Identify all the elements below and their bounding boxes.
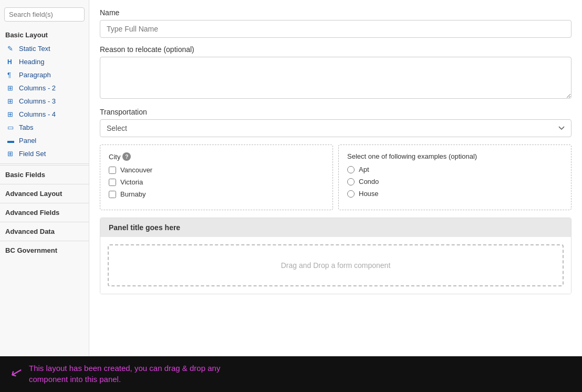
city-label: City	[109, 153, 120, 161]
search-input[interactable]	[4, 7, 85, 22]
sidebar: Basic Layout ✎ Static Text H Heading ¶ P…	[0, 0, 89, 356]
examples-label: Select one of following examples (option…	[347, 152, 477, 160]
city-option-vancouver: Vancouver	[109, 166, 324, 174]
basic-layout-group: Basic Layout ✎ Static Text H Heading ¶ P…	[0, 27, 89, 164]
form-canvas: Name Reason to relocate (optional) Trans…	[89, 0, 582, 356]
sidebar-item-label: Columns - 2	[19, 84, 56, 92]
city-checkbox-victoria[interactable]	[109, 179, 116, 186]
sidebar-item-label: Panel	[19, 137, 36, 145]
name-input[interactable]	[100, 20, 571, 38]
example-label-apt: Apt	[359, 166, 369, 173]
basic-layout-section[interactable]: Basic Layout	[0, 27, 89, 42]
examples-column: Select one of following examples (option…	[338, 145, 571, 210]
city-checkbox-vancouver[interactable]	[109, 167, 116, 174]
city-help-icon[interactable]: ?	[122, 152, 131, 161]
name-label: Name	[100, 8, 571, 17]
panel-header: Panel title goes here	[100, 218, 571, 237]
reason-label: Reason to relocate (optional)	[100, 45, 571, 54]
city-label-vancouver: Vancouver	[120, 166, 152, 174]
city-label-burnaby: Burnaby	[120, 190, 146, 198]
example-radio-house[interactable]	[347, 190, 355, 198]
city-option-burnaby: Burnaby	[109, 190, 324, 198]
advanced-data-section[interactable]: Advanced Data	[0, 222, 89, 241]
city-option-victoria: Victoria	[109, 178, 324, 186]
sidebar-item-columns-4[interactable]: ⊞ Columns - 4	[0, 108, 89, 121]
sidebar-item-static-text[interactable]: ✎ Static Text	[0, 42, 89, 55]
paragraph-icon: ¶	[7, 71, 16, 79]
sidebar-item-label: Field Set	[19, 150, 46, 158]
sidebar-item-tabs[interactable]: ▭ Tabs	[0, 121, 89, 134]
panel-icon: ▬	[7, 137, 16, 145]
city-column-title: City ?	[109, 152, 324, 161]
sidebar-item-columns-3[interactable]: ⊞ Columns - 3	[0, 95, 89, 108]
example-label-condo: Condo	[359, 178, 379, 185]
reason-textarea[interactable]	[100, 57, 571, 99]
sidebar-item-label: Static Text	[19, 45, 50, 53]
examples-column-title: Select one of following examples (option…	[347, 152, 563, 160]
sidebar-item-label: Heading	[19, 58, 44, 66]
annotation-bar: ↙ This layout has been created, you can …	[0, 356, 582, 392]
city-label-victoria: Victoria	[120, 178, 143, 186]
fieldset-icon: ⊞	[7, 150, 16, 158]
drag-drop-zone[interactable]: Drag and Drop a form component	[108, 244, 564, 286]
search-container	[0, 4, 89, 27]
sidebar-item-columns-2[interactable]: ⊞ Columns - 2	[0, 81, 89, 95]
sidebar-item-heading[interactable]: H Heading	[0, 55, 89, 68]
example-option-house: House	[347, 190, 563, 198]
sidebar-item-paragraph[interactable]: ¶ Paragraph	[0, 68, 89, 81]
basic-fields-section[interactable]: Basic Fields	[0, 165, 89, 184]
example-radio-apt[interactable]	[347, 166, 355, 173]
advanced-layout-section[interactable]: Advanced Layout	[0, 184, 89, 203]
example-radio-condo[interactable]	[347, 178, 355, 185]
panel-body: Drag and Drop a form component	[100, 237, 571, 294]
example-option-condo: Condo	[347, 178, 563, 185]
sidebar-item-label: Tabs	[19, 123, 33, 131]
city-checkbox-burnaby[interactable]	[109, 191, 116, 198]
advanced-fields-section[interactable]: Advanced Fields	[0, 203, 89, 222]
annotation-text: This layout has been created, you can dr…	[29, 363, 220, 385]
transportation-label: Transportation	[100, 108, 571, 116]
tabs-icon: ▭	[7, 123, 16, 131]
drag-drop-text: Drag and Drop a form component	[281, 261, 391, 270]
sidebar-item-panel[interactable]: ▬ Panel	[0, 134, 89, 147]
example-label-house: House	[359, 190, 379, 198]
sidebar-item-fieldset[interactable]: ⊞ Field Set	[0, 147, 89, 160]
example-option-apt: Apt	[347, 166, 563, 173]
static-text-icon: ✎	[7, 45, 16, 53]
columns4-icon: ⊞	[7, 110, 16, 118]
sidebar-item-label: Columns - 3	[19, 97, 56, 105]
city-column: City ? Vancouver Victoria Burnaby	[100, 145, 333, 210]
annotation-arrow-icon: ↙	[9, 364, 24, 381]
heading-icon: H	[7, 58, 16, 66]
sidebar-item-label: Columns - 4	[19, 110, 56, 118]
columns2-icon: ⊞	[7, 84, 16, 92]
columns-row: City ? Vancouver Victoria Burnaby	[100, 145, 571, 210]
sidebar-item-label: Paragraph	[19, 71, 51, 79]
columns3-icon: ⊞	[7, 97, 16, 105]
panel-box: Panel title goes here Drag and Drop a fo…	[100, 218, 571, 294]
bc-government-section[interactable]: BC Government	[0, 241, 89, 260]
transportation-select[interactable]: Select	[100, 119, 571, 137]
